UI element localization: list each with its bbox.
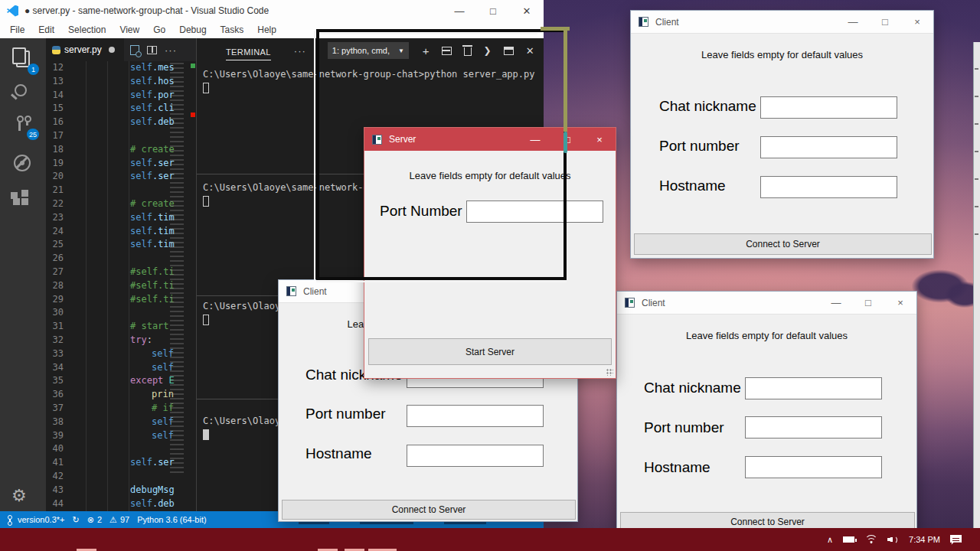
hostname-label: Hostname [305,445,372,462]
port-number-input[interactable] [407,405,544,427]
tray-expand-icon[interactable]: ∧ [827,535,833,545]
menu-file[interactable]: File [3,24,31,35]
vscode-logo-icon [7,5,18,17]
source-control-badge: 25 [27,129,39,140]
code-line[interactable]: 44self.deb [46,497,196,511]
more-actions-icon[interactable]: ··· [165,44,177,56]
split-editor-icon[interactable] [147,46,157,54]
explorer-icon[interactable]: 1 [11,48,34,71]
minimize-button[interactable]: — [820,292,852,315]
git-branch-status[interactable]: version0.3*+ [8,515,64,525]
hostname-input[interactable] [745,456,882,478]
close-button[interactable]: × [901,11,933,34]
maximize-button[interactable]: □ [852,292,884,315]
connect-to-server-button[interactable]: Connect to Server [282,500,576,520]
search-icon[interactable] [11,81,34,104]
vscode-titlebar[interactable]: ● server.py - same-network-group-chat - … [0,0,544,21]
port-number-input[interactable] [760,136,897,158]
extensions-icon[interactable] [11,188,34,211]
start-server-button[interactable]: Start Server [368,338,612,365]
python-interpreter-status[interactable]: Python 3.6 (64-bit) [137,515,207,524]
menu-help[interactable]: Help [250,24,283,35]
code-editor[interactable]: 12self.mes13self.hos14self.por15self.cli… [46,61,196,511]
volume-icon[interactable] [887,535,899,544]
minimize-button[interactable]: — [837,11,869,34]
window-title: ● server.py - same-network-group-chat - … [24,5,269,16]
terminal-prompt: C:\Users\Olaoye [203,416,286,426]
resize-grip[interactable] [606,369,613,376]
tk-app-icon [286,286,296,296]
tab-label: server.py [64,44,102,55]
source-control-icon[interactable]: 25 [11,113,34,136]
menu-go[interactable]: Go [146,24,172,35]
port-number-input[interactable] [745,416,882,439]
menu-tasks[interactable]: Tasks [214,24,251,35]
menu-edit[interactable]: Edit [31,24,61,35]
overview-ruler [191,61,195,511]
wifi-icon[interactable] [864,535,877,544]
hostname-label: Hostname [644,459,710,476]
terminal-cursor [203,83,209,93]
capture-overlay-accent [320,33,537,34]
editor-tab-bar: server.py ··· [46,38,196,61]
client-title: Client [642,298,665,308]
close-button[interactable]: × [884,292,916,315]
sync-icon[interactable]: ↻ [72,515,79,525]
explorer-badge: 1 [28,64,39,75]
maximize-button[interactable]: □ [869,11,901,34]
clipped-status-item [444,522,486,524]
offscreen-window-edge [973,42,980,528]
tk-app-icon [625,298,635,308]
menu-selection[interactable]: Selection [61,24,113,35]
capture-overlay-accent [314,31,315,280]
default-values-note: Leave fields empty for default values [631,49,933,60]
default-values-note: Leave fields empty for default values [617,330,916,341]
maximize-button[interactable]: □ [476,0,510,21]
system-tray: ∧ 7:34 PM [827,528,962,551]
close-button[interactable]: × [583,128,616,151]
client-titlebar[interactable]: Client — □ × [631,11,933,34]
connect-to-server-button[interactable]: Connect to Server [634,233,932,255]
chat-nickname-label: Chat nickname [644,380,741,396]
port-number-label: Port number [305,406,386,422]
hostname-label: Hostname [659,178,726,194]
terminal-cursor [203,315,209,325]
client-titlebar[interactable]: Client — □ × [617,292,916,315]
chat-nickname-label: Chat nickname [659,98,756,115]
chat-nickname-input[interactable] [745,377,882,399]
clipped-status-item [360,522,413,524]
menu-debug[interactable]: Debug [172,24,213,35]
code-line[interactable]: 43debugMsg [46,484,196,497]
capture-overlay-accent [316,281,567,282]
client-window-top-right[interactable]: Client — □ × Leave fields empty for defa… [630,10,934,259]
capture-overlay-accent [564,132,567,153]
minimize-button[interactable]: — [443,0,476,21]
git-branch-icon [8,515,15,525]
debug-icon[interactable] [11,153,34,176]
client-window-bottom-right[interactable]: Client — □ × Leave fields empty for defa… [616,291,917,531]
settings-gear-icon[interactable]: ⚙ [11,486,34,509]
menu-view[interactable]: View [113,24,146,35]
battery-icon[interactable] [843,536,854,543]
hostname-input[interactable] [407,445,544,467]
action-center-icon[interactable] [950,535,962,545]
warnings-status[interactable]: ⚠ 97 [109,515,129,525]
clipped-status-item [299,522,329,524]
open-preview-icon[interactable] [130,45,139,55]
terminal-prompt: C:\Users\Olaoye [203,301,286,311]
tk-app-icon [639,17,648,27]
panel-more-icon[interactable]: ··· [294,45,306,57]
capture-overlay-accent [564,27,567,132]
close-button[interactable]: ✕ [510,0,544,21]
terminal-cursor [203,429,209,440]
chat-nickname-input[interactable] [760,96,897,119]
tab-server-py[interactable]: server.py [46,38,124,61]
hostname-input[interactable] [760,176,897,198]
capture-overlay-rectangle [316,29,567,280]
modified-dot-icon [109,47,115,53]
clock[interactable]: 7:34 PM [909,535,940,544]
minimap[interactable] [170,63,190,476]
terminal-panel-title[interactable]: TERMINAL [226,47,271,60]
client-title: Client [303,286,327,297]
errors-status[interactable]: ⊗ 2 [87,515,102,525]
